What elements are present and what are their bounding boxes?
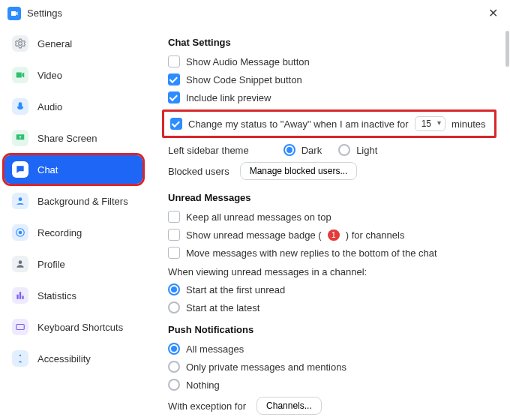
include-link-row[interactable]: Include link preview	[168, 92, 490, 104]
push-all-label: All messages	[186, 344, 244, 355]
latest-label: Start at the latest	[186, 302, 260, 314]
sidebar-item-general[interactable]: General	[4, 29, 142, 58]
latest-row[interactable]: Start at the latest	[168, 302, 490, 314]
first-unread-label: Start at the first unread	[186, 284, 285, 296]
sidebar-item-label: Share Screen	[38, 133, 98, 144]
sidebar-item-keyboard-shortcuts[interactable]: Keyboard Shortcuts	[4, 313, 142, 341]
sidebar-item-audio[interactable]: Audio	[4, 92, 142, 121]
first-unread-row[interactable]: Start at the first unread	[168, 284, 490, 296]
show-code-label: Show Code Snippet button	[186, 74, 302, 86]
unread-badge: 1	[328, 230, 340, 241]
theme-dark-label: Dark	[302, 145, 322, 156]
radio-first-unread[interactable]	[168, 284, 180, 296]
sidebar-item-share-screen[interactable]: Share Screen	[4, 124, 142, 152]
gear-icon	[12, 35, 28, 52]
sidebar-item-profile[interactable]: Profile	[4, 250, 142, 278]
radio-push-all[interactable]	[168, 343, 180, 355]
blocked-users-row: Blocked users Manage blocked users...	[168, 162, 490, 180]
chat-icon	[12, 161, 28, 178]
keep-top-label: Keep all unread messages on top	[186, 212, 332, 223]
svg-point-2	[19, 231, 22, 235]
radio-latest[interactable]	[168, 302, 180, 314]
checkbox-away[interactable]	[170, 118, 182, 130]
sidebar: General Video Audio Share Screen Chat Ba…	[0, 25, 148, 420]
checkbox-move-replies[interactable]	[168, 247, 180, 259]
exception-row: With exception for Channels...	[168, 397, 490, 415]
keyboard-icon	[12, 319, 28, 335]
svg-point-3	[19, 260, 22, 264]
sidebar-item-label: Keyboard Shortcuts	[38, 322, 123, 333]
audio-icon	[12, 98, 28, 115]
scrollbar-thumb[interactable]	[506, 31, 509, 67]
show-audio-row[interactable]: Show Audio Message button	[168, 56, 490, 68]
show-audio-label: Show Audio Message button	[186, 56, 310, 68]
manage-blocked-button[interactable]: Manage blocked users...	[240, 162, 358, 180]
theme-light-label: Light	[356, 145, 377, 156]
background-icon	[12, 193, 28, 209]
away-suffix: minutes	[452, 118, 486, 130]
radio-dark[interactable]	[284, 144, 296, 156]
svg-point-0	[19, 197, 22, 201]
push-nothing-label: Nothing	[186, 380, 220, 391]
sidebar-item-label: Background & Filters	[38, 196, 128, 207]
content-pane: Chat Settings Show Audio Message button …	[148, 25, 510, 420]
accessibility-icon	[12, 350, 28, 367]
checkbox-show-code[interactable]	[168, 74, 180, 86]
radio-push-nothing[interactable]	[168, 379, 180, 391]
chat-settings-heading: Chat Settings	[168, 37, 490, 48]
away-highlight-box: Change my status to "Away" when I am ina…	[162, 110, 496, 138]
close-icon[interactable]: ✕	[484, 4, 502, 22]
checkbox-include-link[interactable]	[168, 92, 180, 104]
channels-button[interactable]: Channels...	[256, 397, 322, 415]
radio-push-private[interactable]	[168, 361, 180, 373]
sidebar-theme-label: Left sidebar theme	[168, 145, 249, 156]
sidebar-item-label: Profile	[38, 259, 65, 270]
away-minutes-value: 15	[422, 118, 431, 129]
badge-row[interactable]: Show unread message badge ( 1 ) for chan…	[168, 229, 490, 241]
push-private-label: Only private messages and mentions	[186, 362, 346, 373]
badge-prefix: Show unread message badge (	[186, 230, 322, 241]
sidebar-item-label: Statistics	[38, 290, 76, 302]
sidebar-theme-row: Left sidebar theme Dark Light	[168, 144, 490, 156]
svg-rect-4	[16, 325, 25, 330]
share-screen-icon	[12, 130, 28, 146]
checkbox-show-audio[interactable]	[168, 56, 180, 68]
sidebar-item-background-filters[interactable]: Background & Filters	[4, 187, 142, 215]
badge-suffix: ) for channels	[346, 230, 405, 241]
statistics-icon	[12, 287, 28, 304]
away-minutes-select[interactable]: 15	[415, 116, 446, 131]
video-icon	[12, 67, 28, 83]
unread-heading: Unread Messages	[168, 192, 490, 203]
window-title: Settings	[27, 8, 62, 19]
show-code-row[interactable]: Show Code Snippet button	[168, 74, 490, 86]
recording-icon	[12, 224, 28, 241]
titlebar: Settings ✕	[0, 0, 510, 25]
sidebar-item-statistics[interactable]: Statistics	[4, 281, 142, 310]
exception-label: With exception for	[168, 400, 246, 412]
app-icon	[8, 7, 21, 20]
scrollbar[interactable]	[506, 25, 510, 420]
sidebar-item-label: General	[38, 38, 72, 50]
push-heading: Push Notifications	[168, 324, 490, 335]
sidebar-item-label: Audio	[38, 101, 62, 112]
keep-top-row[interactable]: Keep all unread messages on top	[168, 211, 490, 223]
checkbox-badge[interactable]	[168, 229, 180, 241]
push-all-row[interactable]: All messages	[168, 343, 490, 355]
push-private-row[interactable]: Only private messages and mentions	[168, 361, 490, 373]
profile-icon	[12, 256, 28, 272]
sidebar-item-label: Chat	[38, 164, 58, 176]
sidebar-item-label: Accessibility	[38, 353, 91, 364]
svg-point-5	[20, 355, 21, 356]
radio-light[interactable]	[338, 144, 350, 156]
move-replies-row[interactable]: Move messages with new replies to the bo…	[168, 247, 490, 259]
push-nothing-row[interactable]: Nothing	[168, 379, 490, 391]
sidebar-item-chat[interactable]: Chat	[4, 155, 142, 184]
sidebar-item-accessibility[interactable]: Accessibility	[4, 344, 142, 373]
sidebar-item-recording[interactable]: Recording	[4, 218, 142, 247]
move-replies-label: Move messages with new replies to the bo…	[186, 248, 437, 259]
blocked-users-label: Blocked users	[168, 166, 230, 177]
include-link-label: Include link preview	[186, 92, 271, 104]
sidebar-item-video[interactable]: Video	[4, 61, 142, 89]
away-prefix: Change my status to "Away" when I am ina…	[188, 118, 409, 130]
checkbox-keep-top[interactable]	[168, 211, 180, 223]
